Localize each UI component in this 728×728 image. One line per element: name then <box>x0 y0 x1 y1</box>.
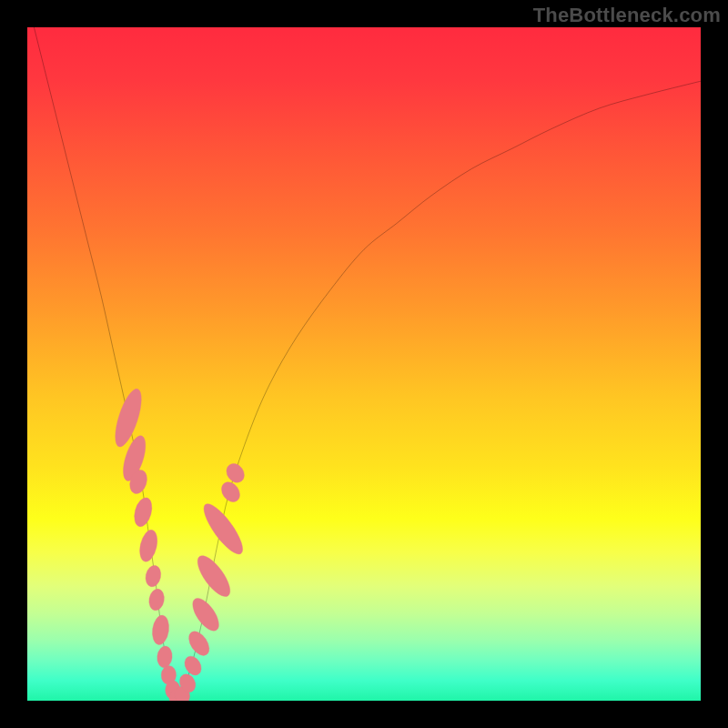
curve-layer <box>34 27 701 701</box>
marker-layer <box>110 386 248 701</box>
curve-marker <box>192 551 236 601</box>
curve-marker <box>144 564 163 589</box>
curve-marker <box>157 645 174 668</box>
curve-marker <box>150 614 170 646</box>
bottleneck-curve <box>34 27 701 701</box>
curve-marker <box>217 479 243 506</box>
watermark-text: TheBottleneck.com <box>533 4 721 27</box>
plot-area <box>27 27 701 701</box>
curve-marker <box>187 594 224 635</box>
chart-svg <box>27 27 701 701</box>
curve-marker <box>185 628 213 659</box>
curve-marker <box>131 496 155 529</box>
chart-frame: TheBottleneck.com <box>0 0 728 728</box>
curve-marker <box>147 588 166 612</box>
curve-marker <box>197 499 248 559</box>
curve-marker <box>137 528 160 563</box>
